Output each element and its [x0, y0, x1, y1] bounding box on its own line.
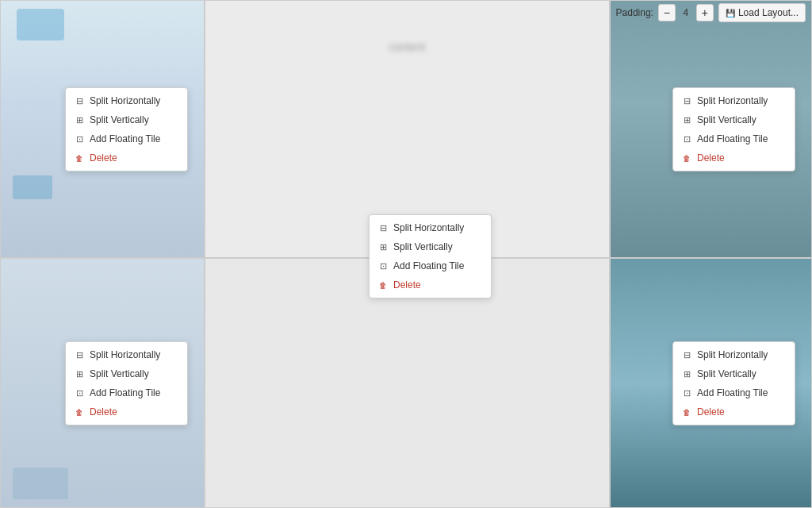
split-h-label-tm: Split Horizontally — [393, 222, 464, 233]
add-float-label-tm: Add Floating Tile — [393, 260, 464, 271]
split-v-button-bl[interactable]: Split Vertically — [66, 364, 187, 383]
split-v-label-br: Split Vertically — [697, 368, 756, 379]
add-float-button-tl[interactable]: Add Floating Tile — [66, 129, 187, 148]
delete-label-tr: Delete — [697, 152, 725, 164]
float-icon-tm — [377, 260, 389, 271]
split-v-icon-tl — [74, 114, 85, 125]
split-v-button-tm[interactable]: Split Vertically — [370, 237, 491, 256]
delete-icon-tl — [74, 152, 85, 164]
delete-label-bl: Delete — [90, 406, 117, 418]
add-float-label-tl: Add Floating Tile — [90, 133, 160, 144]
split-h-icon-tr — [681, 95, 692, 106]
split-h-icon-tl — [74, 95, 85, 106]
delete-label-tl: Delete — [90, 152, 117, 164]
padding-value: 4 — [680, 7, 691, 18]
float-icon-bl — [74, 387, 85, 398]
float-icon-tr — [681, 133, 692, 144]
split-v-icon-bl — [74, 368, 85, 379]
split-v-label-tr: Split Vertically — [697, 114, 756, 125]
context-menu-top-right: Split Horizontally Split Vertically Add … — [672, 87, 795, 171]
padding-plus-button[interactable]: + — [696, 4, 714, 21]
padding-minus-button[interactable]: − — [658, 4, 676, 21]
split-h-button-tm[interactable]: Split Horizontally — [370, 218, 491, 237]
delete-icon-tr — [681, 152, 692, 164]
delete-button-tm[interactable]: Delete — [370, 275, 491, 294]
split-h-icon-tm — [377, 222, 389, 233]
context-menu-top-mid: Split Horizontally Split Vertically Add … — [369, 214, 492, 298]
context-menu-bot-right: Split Horizontally Split Vertically Add … — [672, 341, 795, 425]
split-v-icon-br — [681, 368, 692, 379]
delete-button-tr[interactable]: Delete — [673, 148, 795, 167]
load-layout-button[interactable]: Load Layout... — [718, 3, 806, 22]
split-v-button-tr[interactable]: Split Vertically — [673, 110, 795, 129]
save-icon — [726, 7, 735, 18]
split-h-icon-bl — [74, 349, 85, 360]
add-float-button-tr[interactable]: Add Floating Tile — [673, 129, 795, 148]
split-v-button-br[interactable]: Split Vertically — [673, 364, 795, 383]
delete-label-tm: Delete — [393, 279, 421, 291]
padding-label: Padding: — [616, 7, 653, 18]
context-menu-top-left: Split Horizontally Split Vertically Add … — [65, 87, 188, 171]
delete-button-br[interactable]: Delete — [673, 402, 795, 421]
context-menu-bot-left: Split Horizontally Split Vertically Add … — [65, 341, 188, 425]
float-icon-br — [681, 387, 692, 398]
add-float-button-br[interactable]: Add Floating Tile — [673, 383, 795, 402]
float-icon-tl — [74, 133, 85, 144]
tile-mid-content: content — [389, 40, 426, 53]
split-h-button-tr[interactable]: Split Horizontally — [673, 91, 795, 110]
split-h-icon-br — [681, 349, 692, 360]
split-h-button-br[interactable]: Split Horizontally — [673, 345, 795, 364]
add-float-label-tr: Add Floating Tile — [697, 133, 768, 144]
add-float-button-tm[interactable]: Add Floating Tile — [370, 256, 491, 275]
split-h-label-tl: Split Horizontally — [90, 95, 160, 106]
add-float-button-bl[interactable]: Add Floating Tile — [66, 383, 187, 402]
split-v-icon-tr — [681, 114, 692, 125]
delete-icon-bl — [74, 406, 85, 418]
delete-button-tl[interactable]: Delete — [66, 148, 187, 167]
add-float-label-bl: Add Floating Tile — [90, 387, 160, 398]
split-h-button-bl[interactable]: Split Horizontally — [66, 345, 187, 364]
split-h-label-br: Split Horizontally — [697, 349, 768, 360]
delete-label-br: Delete — [697, 406, 725, 418]
split-v-icon-tm — [377, 241, 389, 252]
split-h-label-tr: Split Horizontally — [697, 95, 768, 106]
split-v-label-tl: Split Vertically — [90, 114, 149, 125]
topbar: Padding: − 4 + Load Layout... — [610, 0, 812, 25]
split-h-label-bl: Split Horizontally — [90, 349, 160, 360]
delete-icon-tm — [377, 279, 389, 291]
delete-icon-br — [681, 406, 692, 418]
split-v-label-bl: Split Vertically — [90, 368, 149, 379]
load-layout-label: Load Layout... — [738, 7, 799, 18]
split-v-label-tm: Split Vertically — [393, 241, 453, 252]
split-h-button-tl[interactable]: Split Horizontally — [66, 91, 187, 110]
add-float-label-br: Add Floating Tile — [697, 387, 768, 398]
delete-button-bl[interactable]: Delete — [66, 402, 187, 421]
split-v-button-tl[interactable]: Split Vertically — [66, 110, 187, 129]
